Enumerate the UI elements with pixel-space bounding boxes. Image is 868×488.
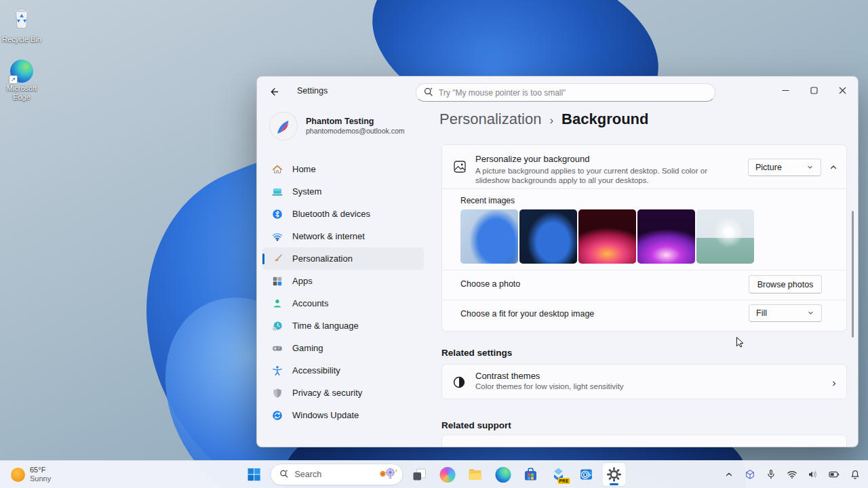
sidebar-item-network-internet[interactable]: Network & internet bbox=[262, 225, 424, 247]
taskbar-outlook-button[interactable] bbox=[575, 463, 598, 486]
contrast-themes-card[interactable]: Contrast themes Color themes for low vis… bbox=[441, 364, 847, 399]
desktop-icon-label: Recycle Bin bbox=[2, 35, 41, 44]
selected-indicator bbox=[262, 253, 264, 264]
sidebar-item-time-language[interactable]: Time & language bbox=[262, 314, 424, 337]
sidebar-item-windows-update[interactable]: Windows Update bbox=[262, 404, 424, 426]
sidebar-nav: HomeSystemBluetooth & devicesNetwork & i… bbox=[262, 158, 424, 426]
search-placeholder: Search bbox=[295, 470, 373, 479]
taskbar-center: Search PRE bbox=[243, 461, 626, 488]
desktop: Recycle Bin ↗ Microsoft Edge Settings Tr… bbox=[0, 0, 868, 488]
search-icon bbox=[279, 468, 290, 481]
titlebar: Settings Try "My mouse pointer is too sm… bbox=[257, 77, 858, 108]
active-app-indicator bbox=[610, 483, 618, 485]
fit-dropdown[interactable]: Fill bbox=[749, 304, 822, 322]
taskbar-dev-home-button[interactable]: PRE bbox=[547, 463, 570, 486]
apps-icon bbox=[272, 276, 283, 287]
tray-battery-icon[interactable] bbox=[827, 466, 842, 483]
breadcrumb-personalization[interactable]: Personalization bbox=[439, 110, 541, 128]
accessibility-icon bbox=[272, 365, 283, 376]
recent-image-glow-purple[interactable] bbox=[637, 209, 695, 264]
minimize-button[interactable] bbox=[771, 81, 800, 100]
sidebar-item-accounts[interactable]: Accounts bbox=[262, 292, 424, 314]
desktop-icon-microsoft-edge[interactable]: ↗ Microsoft Edge bbox=[0, 60, 46, 101]
sidebar-item-personalization[interactable]: Personalization bbox=[262, 247, 424, 270]
chevron-right-icon bbox=[830, 378, 838, 386]
contrast-title: Contrast themes bbox=[475, 371, 540, 381]
weather-condition: Sunny bbox=[30, 474, 51, 483]
settings-window: Settings Try "My mouse pointer is too sm… bbox=[256, 76, 859, 447]
related-support-card[interactable] bbox=[441, 434, 847, 447]
preview-badge: PRE bbox=[558, 478, 570, 484]
sidebar-item-label: Time & language bbox=[292, 321, 359, 331]
weather-temp: 65°F bbox=[30, 466, 51, 474]
settings-search-input[interactable]: Try "My mouse pointer is too small" bbox=[416, 83, 715, 102]
tray-notifications-icon[interactable] bbox=[848, 466, 863, 483]
sidebar-item-bluetooth-devices[interactable]: Bluetooth & devices bbox=[262, 203, 424, 225]
picture-icon bbox=[453, 160, 467, 174]
taskbar-microsoft-store-button[interactable] bbox=[519, 463, 542, 486]
account-email: phantomodemos@outlook.com bbox=[306, 127, 405, 136]
sidebar-item-label: Gaming bbox=[292, 343, 323, 353]
sidebar-item-privacy-security[interactable]: Privacy & security bbox=[262, 382, 424, 404]
account-info[interactable]: Phantom Testing phantomodemos@outlook.co… bbox=[270, 113, 419, 140]
taskbar: 65°F Sunny Search bbox=[0, 460, 868, 488]
update-icon bbox=[272, 410, 283, 421]
contrast-icon bbox=[452, 375, 466, 389]
sidebar-item-label: Apps bbox=[292, 276, 313, 286]
desktop-icon-recycle-bin[interactable]: Recycle Bin bbox=[0, 4, 46, 44]
recent-image-win11-bloom-dark[interactable] bbox=[519, 209, 577, 264]
close-button[interactable] bbox=[828, 81, 856, 100]
bluetooth-icon bbox=[272, 209, 283, 220]
home-icon bbox=[272, 164, 283, 175]
taskbar-file-explorer-button[interactable] bbox=[464, 463, 487, 486]
tray-hidden-icons-chevron-icon[interactable] bbox=[722, 466, 736, 483]
taskbar-settings-button[interactable] bbox=[603, 463, 626, 486]
taskbar-copilot-button[interactable] bbox=[436, 463, 459, 486]
weather-widget[interactable]: 65°F Sunny bbox=[5, 461, 56, 488]
tray-wifi-icon[interactable] bbox=[785, 466, 800, 483]
start-button[interactable] bbox=[243, 463, 266, 486]
search-placeholder: Try "My mouse pointer is too small" bbox=[439, 88, 566, 98]
sidebar-item-accessibility[interactable]: Accessibility bbox=[262, 359, 424, 382]
sidebar-item-label: System bbox=[292, 186, 321, 197]
sidebar-item-gaming[interactable]: Gaming bbox=[262, 337, 424, 359]
edge-icon: ↗ bbox=[10, 60, 33, 83]
back-button[interactable] bbox=[264, 83, 284, 100]
dropdown-value: Picture bbox=[755, 163, 782, 172]
tray-3d-viewer-icon[interactable] bbox=[743, 466, 757, 483]
recent-images-label: Recent images bbox=[460, 196, 515, 205]
taskbar-task-view-button[interactable] bbox=[408, 463, 431, 486]
recent-image-win11-bloom-light[interactable] bbox=[460, 209, 518, 264]
tray-volume-icon[interactable] bbox=[806, 466, 821, 483]
breadcrumb-separator: › bbox=[549, 114, 553, 127]
system-tray bbox=[722, 461, 863, 488]
contrast-description: Color themes for low vision, light sensi… bbox=[475, 382, 624, 390]
recycle-bin-icon bbox=[9, 4, 35, 34]
sidebar-item-label: Network & internet bbox=[292, 231, 365, 241]
sidebar-item-label: Bluetooth & devices bbox=[292, 209, 370, 219]
choose-fit-label: Choose a fit for your desktop image bbox=[460, 309, 594, 319]
background-type-dropdown[interactable]: Picture bbox=[748, 159, 821, 176]
avatar bbox=[270, 113, 297, 140]
time-icon bbox=[272, 321, 283, 331]
sidebar-item-system[interactable]: System bbox=[262, 180, 424, 203]
recent-images-row bbox=[460, 209, 754, 264]
recent-image-glow-red[interactable] bbox=[578, 209, 636, 264]
sidebar-item-home[interactable]: Home bbox=[262, 158, 424, 180]
sidebar-item-apps[interactable]: Apps bbox=[262, 270, 424, 292]
network-icon bbox=[272, 231, 283, 242]
browse-photos-button[interactable]: Browse photos bbox=[749, 275, 822, 293]
related-settings-heading: Related settings bbox=[441, 348, 512, 358]
card-description: A picture background applies to your cur… bbox=[475, 166, 726, 185]
tray-microphone-icon[interactable] bbox=[764, 466, 778, 483]
taskbar-search-input[interactable]: Search bbox=[271, 464, 403, 485]
background-options-panel: Recent images Choose a photo Browse phot… bbox=[441, 189, 847, 331]
dropdown-value: Fill bbox=[756, 308, 767, 318]
maximize-button[interactable] bbox=[800, 81, 828, 100]
collapse-chevron-icon[interactable] bbox=[829, 163, 840, 172]
system-icon bbox=[272, 186, 283, 197]
taskbar-edge-button[interactable] bbox=[492, 463, 515, 486]
sidebar-item-label: Accounts bbox=[292, 298, 328, 308]
recent-image-beach-sunrise[interactable] bbox=[696, 209, 754, 264]
scrollbar[interactable] bbox=[852, 211, 854, 338]
